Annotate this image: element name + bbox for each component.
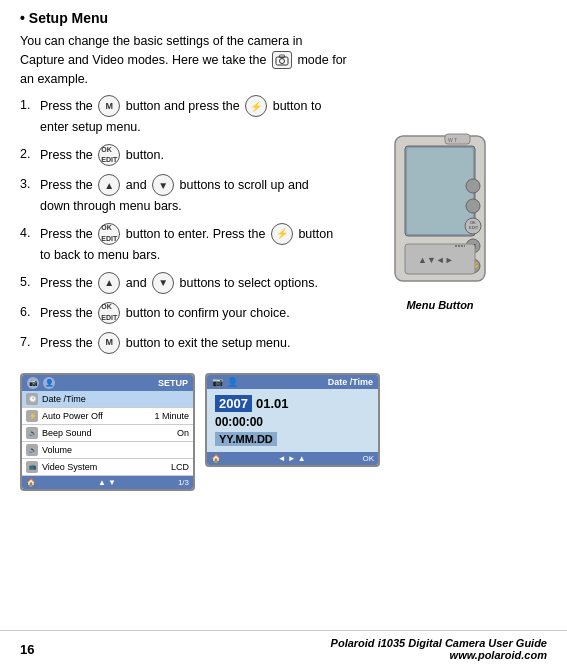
nav-down-icon: ▼: [108, 478, 116, 487]
footer-website: www.polaroid.com: [450, 649, 547, 661]
step-2: 2. Press the OKEDIT button.: [20, 145, 340, 167]
scroll-up-icon: ▲: [98, 174, 120, 196]
datetime-row-icon: 🕐: [26, 393, 38, 405]
steps-list: 1. Press the M button and press the ⚡ bu…: [20, 96, 340, 362]
dt-ok-label: OK: [362, 454, 374, 463]
setup-row-power: ⚡ Auto Power Off 1 Minute: [22, 408, 193, 425]
section-title: Setup Menu: [29, 10, 108, 26]
step-5: 5. Press the ▲ and ▼ buttons to select o…: [20, 273, 340, 295]
setup-screen-footer: 🏠 ▲ ▼ 1/3: [22, 476, 193, 489]
step-5-text: Press the ▲ and ▼ buttons to select opti…: [40, 273, 340, 295]
step-6: 6. Press the OKEDIT button to confirm yo…: [20, 303, 340, 325]
camera-image: W T OK EDIT M ⚡ ▲▼◄►: [370, 126, 510, 296]
footer-title-text: Polaroid i1035 Digital Camera User Guide: [331, 637, 547, 649]
beep-row-value: On: [177, 428, 189, 438]
step-1-num: 1.: [20, 96, 40, 137]
page-footer: 16 Polaroid i1035 Digital Camera User Gu…: [0, 630, 567, 661]
dt-nav-icons: ◄ ► ▲: [278, 454, 306, 463]
svg-text:▲▼◄►: ▲▼◄►: [418, 255, 454, 265]
dt-cam-icon: 📷: [212, 377, 223, 387]
beep-row-label: Beep Sound: [42, 428, 173, 438]
step-2-num: 2.: [20, 145, 40, 167]
menu-button-label: Menu Button: [406, 299, 473, 311]
step-6-text: Press the OKEDIT button to confirm your …: [40, 303, 340, 325]
step-1-text: Press the M button and press the ⚡ butto…: [40, 96, 340, 137]
video-row-label: Video System: [42, 462, 167, 472]
datetime-lcd-screen: 📷 👤 Date /Time 2007 01.01 00:00:00 YY.MM…: [205, 373, 380, 467]
mode-icon-inline: [272, 51, 292, 69]
intro-paragraph: You can change the basic settings of the…: [20, 32, 350, 88]
setup-person-icon: 👤: [43, 377, 55, 389]
svg-rect-5: [407, 148, 473, 234]
ok-edit-icon-2: OKEDIT: [98, 223, 120, 245]
power-row-value: 1 Minute: [154, 411, 189, 421]
dt-person-icon: 👤: [227, 377, 238, 387]
step-4-text: Press the OKEDIT button to enter. Press …: [40, 224, 340, 265]
ok-edit-icon-3: OKEDIT: [98, 302, 120, 324]
svg-text:EDIT: EDIT: [469, 225, 479, 230]
setup-cam-icon: 📷: [27, 377, 39, 389]
mode-button-icon: M: [98, 95, 120, 117]
volume-row-icon: 🔉: [26, 444, 38, 456]
setup-row-beep: 🔊 Beep Sound On: [22, 425, 193, 442]
power-row-icon: ⚡: [26, 410, 38, 422]
intro-text: You can change the basic settings of the…: [20, 34, 302, 67]
scroll-up-icon-2: ▲: [98, 272, 120, 294]
scroll-down-icon: ▼: [152, 174, 174, 196]
footer-title: Polaroid i1035 Digital Camera User Guide…: [50, 637, 547, 661]
dt-nav-up: ▲: [298, 454, 306, 463]
datetime-screen-header: 📷 👤 Date /Time: [207, 375, 378, 389]
datetime-footer: 🏠 ◄ ► ▲ OK: [207, 452, 378, 465]
step-4: 4. Press the OKEDIT button to enter. Pre…: [20, 224, 340, 265]
nav-up-icon: ▲: [98, 478, 106, 487]
svg-text:W  T: W T: [448, 137, 457, 143]
step-7: 7. Press the M button to exit the setup …: [20, 333, 340, 355]
step-4-num: 4.: [20, 224, 40, 265]
volume-row-label: Volume: [42, 445, 185, 455]
dt-year: 2007: [215, 395, 252, 412]
beep-row-icon: 🔊: [26, 427, 38, 439]
datetime-year-row: 2007 01.01: [215, 395, 370, 412]
datetime-content: 2007 01.01 00:00:00 YY.MM.DD: [207, 389, 378, 452]
svg-point-8: [466, 179, 480, 193]
setup-screen-header: 📷 👤 SETUP: [22, 375, 193, 391]
setup-row-video: 📺 Video System LCD: [22, 459, 193, 476]
step-1: 1. Press the M button and press the ⚡ bu…: [20, 96, 340, 137]
svg-point-1: [279, 59, 284, 64]
setup-footer-page: 1/3: [178, 478, 189, 487]
step-7-text: Press the M button to exit the setup men…: [40, 333, 340, 355]
video-row-value: LCD: [171, 462, 189, 472]
setup-nav-icons: ▲ ▼: [98, 478, 116, 487]
dt-time: 00:00:00: [215, 415, 370, 429]
page-number: 16: [20, 642, 50, 657]
mode-exit-icon: M: [98, 332, 120, 354]
step-3-text: Press the ▲ and ▼ buttons to scroll up a…: [40, 175, 340, 216]
dt-nav-left: ◄: [278, 454, 286, 463]
dt-nav-right: ►: [288, 454, 296, 463]
step-5-num: 5.: [20, 273, 40, 295]
step-3: 3. Press the ▲ and ▼ buttons to scroll u…: [20, 175, 340, 216]
dt-title: Date /Time: [242, 377, 373, 387]
svg-point-9: [466, 199, 480, 213]
step-2-text: Press the OKEDIT button.: [40, 145, 340, 167]
setup-lcd-screen: 📷 👤 SETUP 🕐 Date /Time ⚡ Auto Power Off …: [20, 373, 195, 491]
footer-home-icon: 🏠: [26, 478, 36, 487]
bullet-point: •: [20, 10, 29, 26]
camera-image-area: W T OK EDIT M ⚡ ▲▼◄► Menu But: [340, 96, 540, 362]
datetime-row-label: Date /Time: [42, 394, 185, 404]
step-3-num: 3.: [20, 175, 40, 216]
video-row-icon: 📺: [26, 461, 38, 473]
setup-title: SETUP: [59, 378, 188, 388]
lightning-back-icon: ⚡: [271, 223, 293, 245]
ok-edit-icon-1: OKEDIT: [98, 144, 120, 166]
dt-home-icon: 🏠: [211, 454, 221, 463]
power-row-label: Auto Power Off: [42, 411, 150, 421]
step-7-num: 7.: [20, 333, 40, 355]
svg-rect-2: [279, 55, 284, 58]
scroll-down-icon-2: ▼: [152, 272, 174, 294]
setup-row-datetime: 🕐 Date /Time: [22, 391, 193, 408]
dt-date: 01.01: [256, 396, 289, 411]
lightning-icon: ⚡: [245, 95, 267, 117]
screenshots-area: 📷 👤 SETUP 🕐 Date /Time ⚡ Auto Power Off …: [20, 373, 547, 491]
setup-row-volume: 🔉 Volume: [22, 442, 193, 459]
